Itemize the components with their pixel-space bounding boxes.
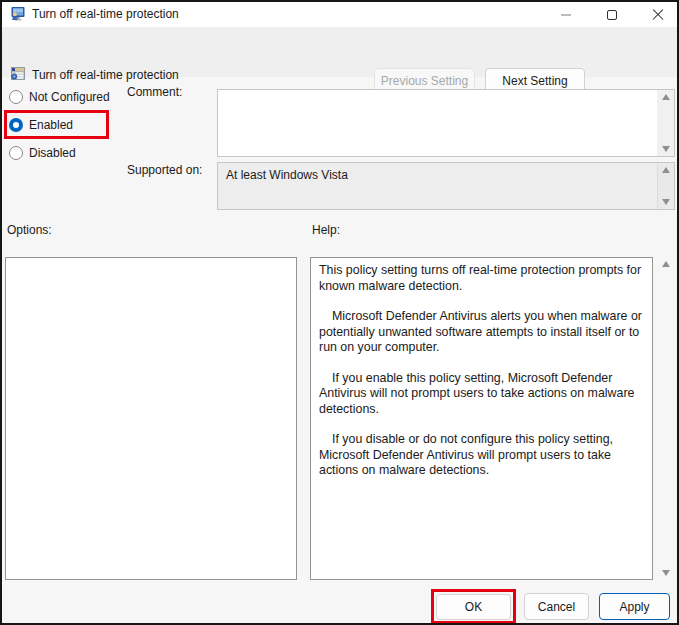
maximize-icon: [607, 10, 617, 20]
help-paragraph: If you enable this policy setting, Micro…: [319, 371, 643, 418]
radio-label: Not Configured: [29, 90, 110, 104]
comment-value[interactable]: [218, 90, 657, 156]
minimize-icon: [561, 14, 571, 16]
ok-button[interactable]: OK: [436, 594, 511, 620]
minimize-button[interactable]: [550, 2, 582, 27]
options-panel: [5, 257, 297, 580]
maximize-button[interactable]: [596, 2, 628, 27]
options-label: Options:: [7, 223, 52, 237]
scroll-down-icon[interactable]: [662, 146, 670, 152]
policy-setting-dialog: Turn off real-time protection Turn off r…: [0, 0, 679, 625]
comment-label: Comment:: [127, 85, 182, 99]
help-scrollbar[interactable]: [657, 257, 675, 580]
supported-scrollbar[interactable]: [657, 163, 674, 209]
cancel-button[interactable]: Cancel: [524, 593, 589, 620]
scroll-up-icon[interactable]: [662, 94, 670, 100]
policy-name: Turn off real-time protection: [32, 68, 179, 82]
window-title: Turn off real-time protection: [32, 7, 179, 21]
help-paragraph: Microsoft Defender Antivirus alerts you …: [319, 309, 643, 356]
radio-icon[interactable]: [9, 118, 23, 132]
help-paragraph: This policy setting turns off real-time …: [319, 263, 643, 294]
radio-not-configured[interactable]: Not Configured: [9, 89, 110, 104]
comment-scrollbar[interactable]: [657, 90, 674, 156]
comment-field[interactable]: [217, 89, 675, 157]
apply-button[interactable]: Apply: [599, 593, 670, 620]
radio-label: Enabled: [29, 118, 73, 132]
policy-header: Turn off real-time protection Previous S…: [2, 27, 677, 77]
scroll-down-icon[interactable]: [662, 199, 670, 205]
scroll-down-icon[interactable]: [662, 570, 670, 576]
scroll-up-icon[interactable]: [662, 261, 670, 267]
title-bar[interactable]: Turn off real-time protection: [2, 2, 677, 27]
scroll-up-icon[interactable]: [662, 167, 670, 173]
radio-icon[interactable]: [9, 146, 23, 160]
close-button[interactable]: [642, 2, 674, 27]
help-paragraph: If you disable or do not configure this …: [319, 432, 643, 479]
radio-label: Disabled: [29, 146, 76, 160]
policy-setting-icon: [10, 66, 26, 82]
supported-on-field: At least Windows Vista: [217, 162, 675, 210]
supported-on-value: At least Windows Vista: [218, 163, 657, 209]
radio-icon[interactable]: [9, 90, 23, 104]
help-panel: This policy setting turns off real-time …: [310, 257, 653, 580]
radio-enabled[interactable]: Enabled: [9, 117, 73, 132]
radio-disabled[interactable]: Disabled: [9, 145, 76, 160]
group-policy-app-icon: [10, 6, 26, 22]
help-label: Help:: [312, 223, 340, 237]
supported-on-label: Supported on:: [127, 163, 202, 177]
close-icon: [652, 9, 664, 21]
